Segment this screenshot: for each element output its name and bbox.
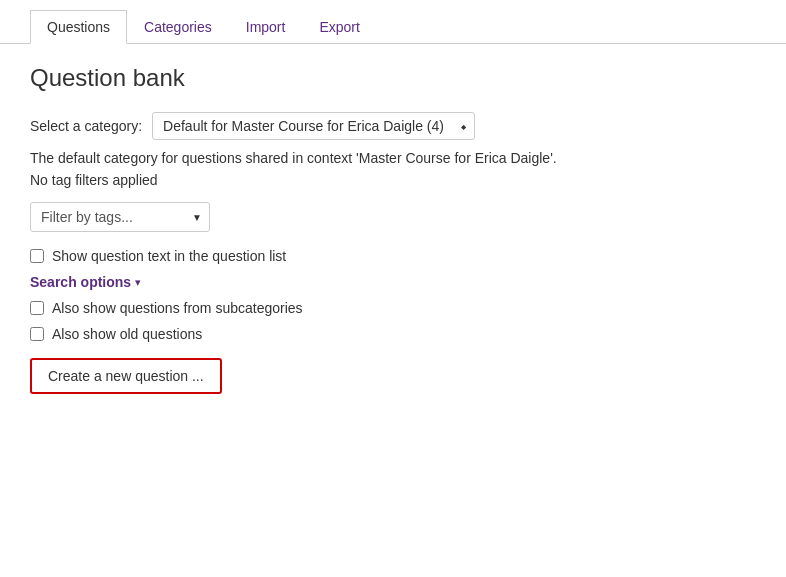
show-subcategories-checkbox[interactable] xyxy=(30,301,44,315)
tab-import[interactable]: Import xyxy=(229,10,303,44)
category-label: Select a category: xyxy=(30,118,142,134)
show-subcategories-row: Also show questions from subcategories xyxy=(30,300,756,316)
main-content: Question bank Select a category: Default… xyxy=(0,44,786,414)
search-options-label: Search options xyxy=(30,274,131,290)
tab-questions[interactable]: Questions xyxy=(30,10,127,44)
show-old-questions-row: Also show old questions xyxy=(30,326,756,342)
category-select[interactable]: Default for Master Course for Erica Daig… xyxy=(152,112,475,140)
category-row: Select a category: Default for Master Co… xyxy=(30,112,756,140)
tab-categories[interactable]: Categories xyxy=(127,10,229,44)
filter-tags-select[interactable]: Filter by tags... xyxy=(30,202,210,232)
show-subcategories-label: Also show questions from subcategories xyxy=(52,300,303,316)
category-select-wrapper: Default for Master Course for Erica Daig… xyxy=(152,112,475,140)
show-question-text-checkbox[interactable] xyxy=(30,249,44,263)
search-options-arrow-icon: ▾ xyxy=(135,276,141,289)
tab-export[interactable]: Export xyxy=(302,10,376,44)
no-tag-filters: No tag filters applied xyxy=(30,172,756,188)
filter-tags-wrapper: Filter by tags... xyxy=(30,202,210,232)
show-question-text-row: Show question text in the question list xyxy=(30,248,756,264)
page-container: Questions Categories Import Export Quest… xyxy=(0,10,786,414)
show-old-questions-label: Also show old questions xyxy=(52,326,202,342)
page-title: Question bank xyxy=(30,64,756,92)
category-description: The default category for questions share… xyxy=(30,150,756,166)
show-question-text-label: Show question text in the question list xyxy=(52,248,286,264)
search-options-row[interactable]: Search options ▾ xyxy=(30,274,756,290)
create-question-button[interactable]: Create a new question ... xyxy=(30,358,222,394)
show-old-questions-checkbox[interactable] xyxy=(30,327,44,341)
tabs-bar: Questions Categories Import Export xyxy=(0,10,786,44)
